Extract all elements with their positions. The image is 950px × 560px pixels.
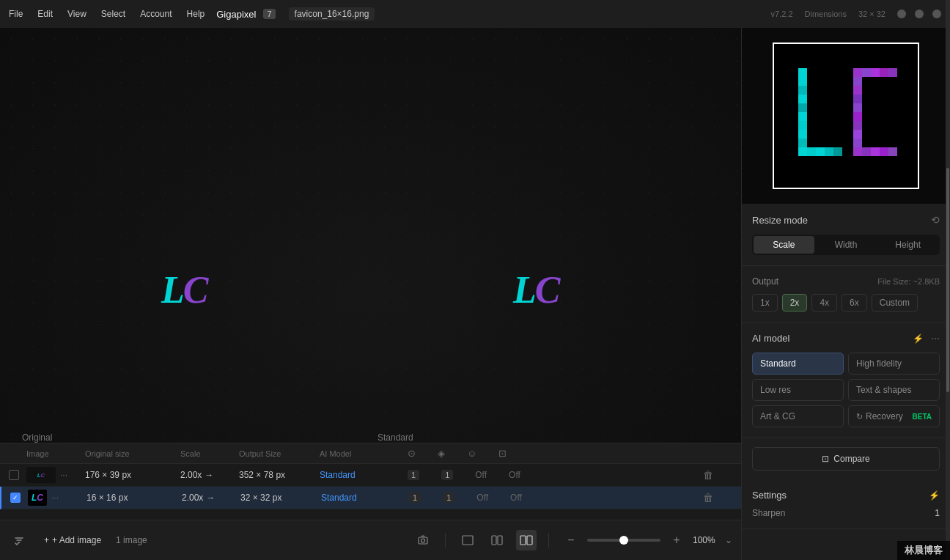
dual-view-button[interactable] [516, 530, 537, 550]
canvas-area[interactable]: LC LC Original Standard Image Original s… [0, 28, 741, 560]
add-image-icon: + [44, 535, 49, 545]
settings-title: Settings [752, 490, 787, 501]
ai-model-textshapes-button[interactable]: Text & shapes [848, 379, 940, 401]
sort-button[interactable] [9, 530, 29, 550]
row2-more[interactable]: ··· [51, 493, 59, 503]
svg-rect-17 [798, 147, 807, 156]
ai-model-artcg-button[interactable]: Art & CG [752, 405, 844, 427]
resize-mode-title: Resize mode [752, 215, 808, 226]
settings-lightning-icon[interactable]: ⚡ [929, 490, 940, 501]
row2-delete-button[interactable]: 🗑 [703, 492, 732, 504]
ai-model-highfidelity-button[interactable]: High fidelity [848, 353, 940, 375]
menu-view[interactable]: View [67, 9, 86, 19]
recovery-icon: ↻ [856, 412, 863, 421]
menu-help[interactable]: Help [187, 9, 205, 19]
tab-scale[interactable]: Scale [754, 236, 814, 254]
scale-custom-button[interactable]: Custom [872, 294, 918, 312]
window-controls [897, 10, 941, 18]
scrollbar[interactable] [946, 28, 950, 560]
zoom-plus-button[interactable]: + [666, 530, 687, 550]
svg-rect-29 [853, 95, 862, 103]
compare-label: Compare [833, 454, 869, 464]
row1-more[interactable]: ··· [60, 470, 67, 480]
camera-button[interactable] [413, 530, 433, 550]
header-scale: Scale [180, 449, 239, 458]
tab-width[interactable]: Width [816, 236, 877, 254]
sharpen-row: Sharpen 1 [752, 508, 940, 518]
recovery-text: Recovery [866, 411, 903, 421]
svg-rect-36 [862, 147, 871, 156]
menu-select[interactable]: Select [101, 9, 125, 19]
svg-rect-4 [498, 536, 502, 545]
menu-file[interactable]: File [9, 9, 23, 19]
menu-edit[interactable]: Edit [37, 9, 53, 19]
zoom-value-label: 100% [693, 535, 719, 545]
resize-mode-tabs: Scale Width Height [752, 235, 940, 255]
split-view-button[interactable] [487, 530, 507, 550]
single-view-button[interactable] [457, 530, 478, 550]
add-image-text: + Add image [52, 535, 101, 545]
scale-4x-button[interactable]: 4x [811, 294, 837, 312]
zoom-minus-button[interactable]: − [561, 530, 581, 550]
table-row: LC ··· 16 × 16 px 2.00x → 32 × 32 px Sta… [0, 487, 741, 509]
sharpen-value: 1 [935, 508, 940, 518]
ai-model-standard-button[interactable]: Standard [752, 353, 844, 375]
header-orig-size: Original size [85, 449, 180, 458]
scale-6x-button[interactable]: 6x [842, 294, 867, 312]
header-ai-model: AI Model [320, 449, 408, 458]
output-section: Output File Size: ~2.8KB 1x 2x 4x 6x Cus… [742, 266, 950, 323]
image-count-label: 1 image [116, 535, 147, 545]
header-image: Image [26, 449, 85, 458]
close-button[interactable] [932, 10, 941, 18]
add-image-button[interactable]: + + Add image + Add image [38, 532, 107, 548]
ai-model-recovery-button[interactable]: ↻ Recovery BETA [848, 405, 940, 427]
maximize-button[interactable] [915, 10, 924, 18]
separator2 [548, 533, 549, 548]
checkbox-checked[interactable] [10, 493, 21, 503]
right-panel: Resize mode ⟲ Scale Width Height Output … [741, 28, 950, 560]
lightning-icon[interactable]: ⚡ [913, 334, 924, 344]
ai-model-lowres-button[interactable]: Low res [752, 379, 844, 401]
app-tabs: Gigapixel 7 favicon_16×16.png [216, 7, 375, 21]
svg-rect-12 [798, 103, 807, 112]
row2-checkbox[interactable] [10, 493, 28, 503]
menu-account[interactable]: Account [140, 9, 172, 19]
row2-output-size: 32 × 32 px [240, 493, 321, 503]
row1-delete-button[interactable]: 🗑 [703, 469, 732, 481]
zoom-dropdown[interactable]: ⌄ [725, 535, 732, 545]
separator [445, 533, 446, 548]
table-row: LC ··· 176 × 39 px 2.00x → 352 × 78 px S… [0, 464, 741, 487]
svg-rect-31 [853, 112, 862, 121]
row1-values: 1 1 Off Off [408, 470, 703, 480]
version-label: v7.2.2 [771, 10, 793, 18]
zoom-slider[interactable] [587, 539, 660, 542]
svg-rect-28 [853, 86, 862, 95]
tab-count-badge: 7 [263, 9, 275, 19]
row2-values: 1 1 Off Off [409, 493, 703, 503]
compare-button[interactable]: ⊡ Compare [752, 447, 940, 471]
tab-height[interactable]: Height [877, 236, 938, 254]
preview-image-frame [773, 43, 919, 189]
current-file-tab[interactable]: favicon_16×16.png [289, 7, 375, 21]
row2-val4: Off [510, 493, 522, 503]
svg-rect-8 [798, 68, 807, 77]
svg-rect-21 [833, 147, 842, 156]
scale-1x-button[interactable]: 1x [752, 294, 778, 312]
minimize-button[interactable] [897, 10, 906, 18]
svg-rect-18 [807, 147, 816, 156]
more-icon[interactable]: ⋯ [931, 334, 940, 344]
row1-scale-val: 2.00x [180, 470, 202, 480]
standard-label: Standard [378, 432, 413, 443]
row2-val2: 1 [443, 493, 454, 503]
ai-model-grid: Standard High fidelity Low res Text & sh… [752, 353, 940, 427]
svg-rect-26 [888, 68, 897, 77]
row1-checkbox[interactable] [9, 470, 26, 480]
scale-2x-button[interactable]: 2x [782, 294, 808, 312]
original-preview: LC [161, 268, 207, 312]
zoom-thumb [619, 536, 628, 545]
crop-rotate-icon[interactable]: ⟲ [931, 214, 940, 226]
file-list: Image Original size Scale Output Size AI… [0, 443, 741, 520]
checkbox-unchecked[interactable] [9, 470, 19, 480]
row1-output-size: 352 × 78 px [239, 470, 320, 480]
svg-rect-0 [419, 537, 427, 544]
